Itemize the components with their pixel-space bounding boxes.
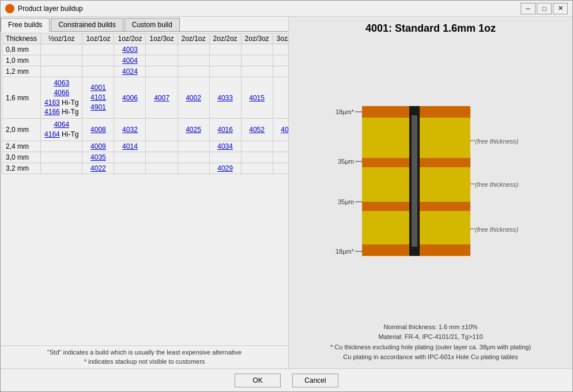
thickness-32: 3,2 mm (2, 163, 41, 174)
footer-notes: "Std" indicates a build which is usually… (1, 345, 288, 368)
pcb-cross-section: 18μm* 35μm 35μm 18μm* (324, 89, 537, 267)
link-4009[interactable]: 4009 (91, 142, 106, 150)
pcb-diagram-container: 18μm* 35μm 35μm 18μm* (295, 40, 567, 316)
col-header-half-1: ½oz/1oz (41, 33, 82, 44)
info-material: Material: FR-4, IPC-4101/21, Tg>110 (330, 332, 531, 342)
table-row: 1,0 mm 4004 (2, 55, 289, 66)
link-4164[interactable]: 4164 (44, 130, 60, 138)
label-hitg-1: Hi-Tg (62, 99, 78, 107)
link-4008[interactable]: 4008 (91, 126, 106, 134)
col-header-3-3: 3oz/3oz (273, 33, 288, 44)
link-4022[interactable]: 4022 (91, 164, 106, 172)
link-4101[interactable]: 4101 (91, 93, 106, 101)
label-18um-bottom: 18μm* (335, 248, 355, 255)
right-label-2: (free thickness) (475, 181, 519, 188)
link-4033[interactable]: 4033 (217, 94, 233, 102)
link-4007[interactable]: 4007 (154, 94, 169, 102)
minimize-button[interactable]: ─ (521, 3, 536, 14)
thickness-10: 1,0 mm (2, 55, 41, 66)
info-cu-thickness: * Cu thickness excluding hole plating (o… (330, 342, 531, 353)
link-4025[interactable]: 4025 (186, 126, 201, 134)
ok-button[interactable]: OK (235, 374, 281, 387)
table-row: 2,0 mm 4064 4164 Hi-Tg 4008 4032 4025 40… (2, 119, 289, 141)
col-header-1-2: 1oz/2oz (114, 33, 146, 44)
main-window: Product layer buildup ─ □ ✕ Free builds … (0, 0, 573, 392)
link-4064[interactable]: 4064 (54, 120, 69, 129)
link-4029[interactable]: 4029 (217, 164, 233, 172)
link-4063[interactable]: 4063 (54, 79, 69, 87)
builds-table: Thickness ½oz/1oz 1oz/1oz 1oz/2oz 1oz/3o… (2, 33, 288, 174)
link-4052[interactable]: 4052 (249, 126, 265, 134)
thickness-30: 3,0 mm (2, 152, 41, 163)
label-hitg-3: Hi-Tg (62, 130, 78, 138)
tab-free-builds[interactable]: Free builds (1, 18, 50, 32)
link-4002[interactable]: 4002 (186, 94, 201, 102)
main-content: Free builds Constrained builds Custom bu… (1, 17, 572, 368)
info-nominal: Nominal thickness: 1.6 mm ±10% (330, 322, 531, 333)
thickness-20: 2,0 mm (2, 119, 41, 141)
table-row: 3,0 mm 4035 (2, 152, 289, 163)
label-18um-top: 18μm* (335, 108, 355, 115)
link-4001[interactable]: 4001 (91, 84, 106, 92)
col-header-thickness: Thickness (2, 33, 41, 44)
maximize-button[interactable]: □ (537, 3, 552, 14)
thickness-08: 0,8 mm (2, 44, 41, 55)
via-hole (412, 115, 417, 247)
label-35um-bottom: 35μm (338, 198, 354, 205)
right-label-1: (free thickness) (475, 138, 519, 145)
col-header-1-3: 1oz/3oz (146, 33, 178, 44)
left-panel: Free builds Constrained builds Custom bu… (1, 17, 289, 368)
diagram-title: 4001: Standard 1.6mm 1oz (365, 22, 496, 35)
table-row: 0,8 mm 4003 (2, 44, 289, 55)
table-row: 2,4 mm 4009 4014 4034 (2, 141, 289, 152)
info-cu-plating: Cu plating in accordance with IPC-601x H… (330, 352, 531, 363)
link-4003[interactable]: 4003 (122, 46, 138, 54)
thickness-12: 1,2 mm (2, 66, 41, 77)
table-row: 3,2 mm 4022 4029 (2, 163, 289, 174)
close-button[interactable]: ✕ (553, 3, 568, 14)
thickness-24: 2,4 mm (2, 141, 41, 152)
link-4006[interactable]: 4006 (122, 94, 138, 102)
col-header-2-3: 2oz/3oz (241, 33, 273, 44)
link-4014[interactable]: 4014 (122, 142, 138, 150)
table-row: 1,6 mm 4063 4066 4163 Hi-Tg 4166 Hi-Tg 4… (2, 77, 289, 119)
link-4034[interactable]: 4034 (217, 142, 233, 150)
label-35um-top: 35μm (338, 158, 354, 165)
table-row: 1,2 mm 4024 (2, 66, 289, 77)
link-4066[interactable]: 4066 (54, 89, 69, 97)
window-controls: ─ □ ✕ (521, 3, 568, 14)
link-4035[interactable]: 4035 (91, 153, 106, 161)
right-label-3: (free thickness) (475, 226, 519, 233)
right-panel: 4001: Standard 1.6mm 1oz 18μm* 35μm 35μm… (289, 17, 572, 368)
link-4163[interactable]: 4163 (44, 99, 60, 107)
link-4004[interactable]: 4004 (122, 56, 138, 65)
link-4901[interactable]: 4901 (91, 103, 106, 111)
link-4062[interactable]: 4062 (281, 126, 288, 134)
app-icon (5, 4, 14, 13)
title-bar: Product layer buildup ─ □ ✕ (1, 1, 572, 17)
tab-constrained-builds[interactable]: Constrained builds (51, 18, 123, 31)
col-header-1-1: 1oz/1oz (82, 33, 114, 44)
table-container: Thickness ½oz/1oz 1oz/1oz 1oz/2oz 1oz/3o… (1, 32, 288, 345)
tab-custom-build[interactable]: Custom build (125, 18, 180, 31)
link-4024[interactable]: 4024 (122, 67, 138, 76)
link-4016[interactable]: 4016 (217, 126, 233, 134)
window-title: Product layer buildup (18, 5, 521, 13)
link-4032[interactable]: 4032 (122, 126, 138, 134)
col-header-2-1: 2oz/1oz (178, 33, 209, 44)
diagram-info: Nominal thickness: 1.6 mm ±10% Material:… (330, 322, 531, 363)
link-4166[interactable]: 4166 (44, 108, 60, 116)
footer-note-2: * indicates stackup not visible to custo… (5, 357, 284, 366)
tabs-container: Free builds Constrained builds Custom bu… (1, 17, 288, 32)
link-4015[interactable]: 4015 (249, 94, 265, 102)
thickness-16: 1,6 mm (2, 77, 41, 119)
footer-note-1: "Std" indicates a build which is usually… (5, 348, 284, 357)
col-header-2-2: 2oz/2oz (209, 33, 241, 44)
label-hitg-2: Hi-Tg (62, 108, 78, 116)
cancel-button[interactable]: Cancel (292, 374, 338, 387)
bottom-bar: OK Cancel (1, 368, 572, 391)
